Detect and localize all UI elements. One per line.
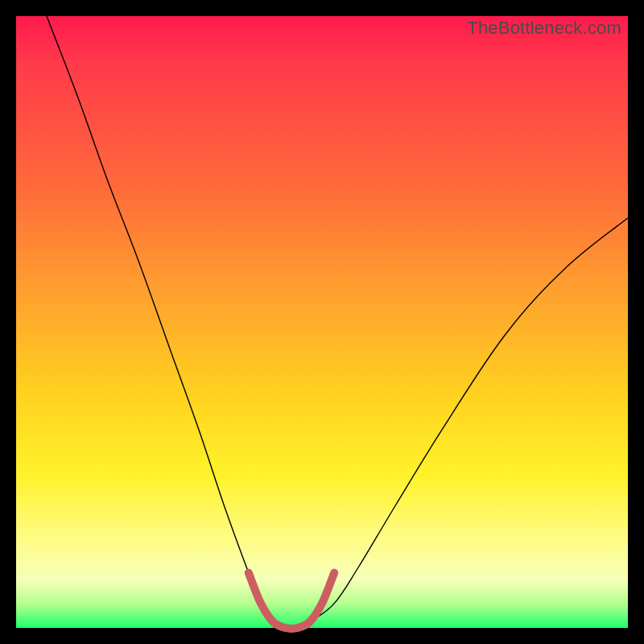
chart-plot-area: TheBottleneck.com <box>16 16 628 628</box>
optimal-zone-path <box>249 573 334 629</box>
chart-svg <box>16 16 628 628</box>
bottleneck-curve-path <box>47 16 628 629</box>
chart-frame: TheBottleneck.com <box>0 0 644 644</box>
